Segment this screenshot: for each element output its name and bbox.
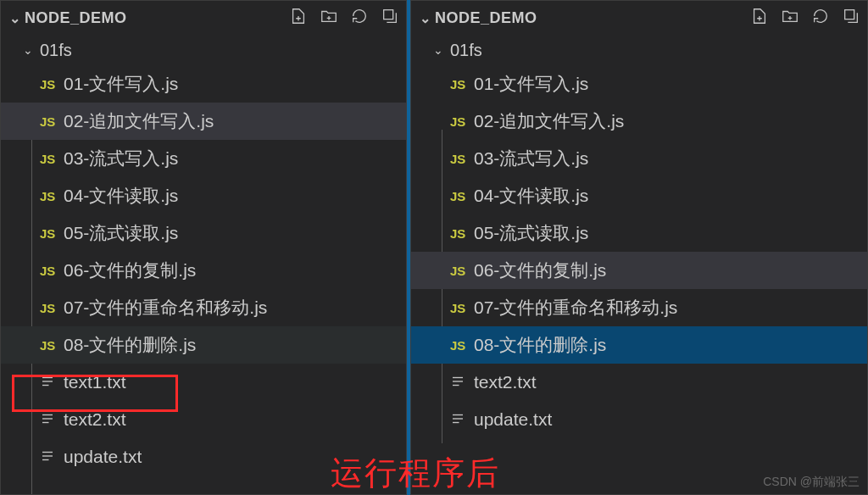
- file-name: 04-文件读取.js: [64, 184, 178, 208]
- chevron-down-icon[interactable]: ⌄: [4, 10, 25, 26]
- collapse-icon[interactable]: [381, 7, 399, 30]
- file-name: 08-文件的删除.js: [64, 333, 196, 357]
- file-list-left: JS01-文件写入.jsJS02-追加文件写入.jsJS03-流式写入.jsJS…: [1, 65, 406, 494]
- text-file-icon: [40, 374, 64, 392]
- file-row[interactable]: JS07-文件的重命名和移动.js: [411, 289, 867, 326]
- project-title: NODE_DEMO: [435, 9, 750, 27]
- file-name: text2.txt: [64, 409, 126, 430]
- file-name: 01-文件写入.js: [474, 72, 588, 96]
- explorer-actions: [750, 7, 860, 30]
- js-file-icon: JS: [450, 226, 474, 241]
- file-name: 05-流式读取.js: [64, 221, 178, 245]
- chevron-down-icon: ⌄: [433, 43, 450, 57]
- js-file-icon: JS: [450, 301, 474, 315]
- file-name: 02-追加文件写入.js: [474, 109, 624, 133]
- file-name: 05-流式读取.js: [474, 221, 588, 245]
- file-name: 07-文件的重命名和移动.js: [474, 296, 677, 320]
- js-file-icon: JS: [450, 114, 474, 129]
- chevron-down-icon[interactable]: ⌄: [415, 10, 435, 26]
- file-name: text2.txt: [474, 372, 537, 392]
- text-file-icon: [40, 411, 64, 429]
- js-file-icon: JS: [40, 152, 64, 166]
- file-name: 01-文件写入.js: [64, 72, 178, 96]
- file-name: update.txt: [474, 409, 552, 430]
- js-file-icon: JS: [450, 152, 474, 166]
- file-name: 03-流式写入.js: [64, 147, 178, 170]
- js-file-icon: JS: [450, 189, 474, 203]
- refresh-icon[interactable]: [350, 7, 369, 30]
- file-row[interactable]: JS03-流式写入.js: [411, 140, 867, 177]
- file-row[interactable]: JS05-流式读取.js: [1, 214, 406, 252]
- js-file-icon: JS: [40, 301, 64, 315]
- folder-row[interactable]: ⌄ 01fs: [1, 35, 406, 65]
- svg-rect-0: [384, 9, 393, 19]
- file-list-right: JS01-文件写入.jsJS02-追加文件写入.jsJS03-流式写入.jsJS…: [411, 65, 867, 494]
- new-folder-icon[interactable]: [320, 7, 338, 30]
- file-row[interactable]: JS06-文件的复制.js: [411, 252, 867, 289]
- js-file-icon: JS: [450, 77, 474, 92]
- file-name: 02-追加文件写入.js: [64, 109, 214, 133]
- file-row[interactable]: JS08-文件的删除.js: [1, 326, 406, 364]
- text-file-icon: [450, 374, 474, 392]
- js-file-icon: JS: [450, 338, 474, 353]
- text-file-icon: [40, 448, 64, 466]
- explorer-panel-right: ⌄ NODE_DEMO ⌄ 01fs JS01-文件写入.jsJS02-追加文件…: [410, 0, 868, 495]
- file-row[interactable]: JS04-文件读取.js: [411, 177, 867, 214]
- js-file-icon: JS: [40, 77, 64, 92]
- file-row[interactable]: text2.txt: [1, 401, 406, 438]
- folder-name: 01fs: [450, 41, 482, 60]
- refresh-icon[interactable]: [811, 7, 830, 30]
- file-name: 03-流式写入.js: [474, 147, 588, 170]
- project-title: NODE_DEMO: [25, 9, 289, 27]
- annotation-text: 运行程序后: [331, 452, 500, 495]
- collapse-icon[interactable]: [842, 7, 860, 30]
- file-row[interactable]: JS07-文件的重命名和移动.js: [1, 289, 406, 326]
- explorer-header: ⌄ NODE_DEMO: [1, 1, 406, 35]
- file-row[interactable]: JS06-文件的复制.js: [1, 252, 406, 289]
- file-row[interactable]: JS04-文件读取.js: [1, 177, 406, 214]
- file-name: 07-文件的重命名和移动.js: [64, 296, 267, 320]
- file-row[interactable]: JS01-文件写入.js: [411, 65, 867, 103]
- new-file-icon[interactable]: [750, 7, 769, 30]
- file-row[interactable]: JS08-文件的删除.js: [411, 326, 867, 364]
- file-name: 06-文件的复制.js: [64, 259, 196, 282]
- explorer-header: ⌄ NODE_DEMO: [411, 1, 867, 35]
- file-row[interactable]: JS05-流式读取.js: [411, 214, 867, 252]
- js-file-icon: JS: [40, 114, 64, 129]
- folder-row[interactable]: ⌄ 01fs: [411, 35, 867, 65]
- js-file-icon: JS: [40, 338, 64, 353]
- file-row[interactable]: text1.txt: [1, 364, 406, 401]
- js-file-icon: JS: [450, 264, 474, 278]
- file-name: 08-文件的删除.js: [474, 333, 606, 357]
- file-row[interactable]: text2.txt: [411, 364, 867, 401]
- js-file-icon: JS: [40, 189, 64, 203]
- text-file-icon: [450, 411, 474, 429]
- file-name: 04-文件读取.js: [474, 184, 588, 208]
- explorer-actions: [289, 7, 399, 30]
- file-row[interactable]: JS03-流式写入.js: [1, 140, 406, 177]
- chevron-down-icon: ⌄: [23, 43, 40, 57]
- file-row[interactable]: JS02-追加文件写入.js: [1, 103, 406, 140]
- explorer-panel-left: ⌄ NODE_DEMO ⌄ 01fs JS01-文件写入.jsJS02-追加文件…: [0, 0, 407, 495]
- file-name: text1.txt: [64, 372, 126, 392]
- watermark: CSDN @前端张三: [763, 475, 860, 490]
- file-row[interactable]: JS02-追加文件写入.js: [411, 103, 867, 140]
- new-folder-icon[interactable]: [781, 7, 799, 30]
- js-file-icon: JS: [40, 264, 64, 278]
- js-file-icon: JS: [40, 226, 64, 241]
- file-row[interactable]: update.txt: [411, 401, 867, 438]
- svg-rect-10: [845, 9, 854, 19]
- new-file-icon[interactable]: [289, 7, 308, 30]
- file-name: 06-文件的复制.js: [474, 259, 606, 282]
- folder-name: 01fs: [40, 41, 72, 60]
- file-name: update.txt: [64, 447, 142, 467]
- file-row[interactable]: JS01-文件写入.js: [1, 65, 406, 103]
